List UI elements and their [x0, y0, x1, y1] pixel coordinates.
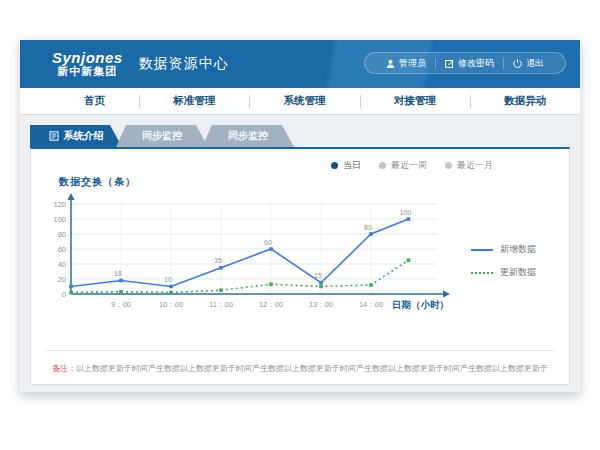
svg-text:9：00: 9：00 [111, 300, 131, 309]
nav-item-data-change[interactable]: 数据异动 [470, 94, 580, 108]
svg-text:60: 60 [58, 245, 66, 254]
svg-text:10：00: 10：00 [159, 300, 183, 309]
legend-label: 更新数据 [500, 266, 536, 279]
svg-text:10: 10 [164, 276, 172, 283]
chart-legend: 新增数据 更新数据 [471, 243, 536, 323]
tab-sync-monitor-2[interactable]: 同步监控 [202, 125, 294, 147]
svg-text:18: 18 [114, 270, 122, 277]
app-window: Synjones 新中新集团 数据资源中心 管理员 修改密码 退出 [20, 40, 580, 392]
svg-text:40: 40 [58, 260, 66, 269]
range-option-month[interactable]: 最近一月 [445, 159, 493, 172]
svg-text:35: 35 [214, 257, 222, 264]
svg-text:80: 80 [364, 224, 372, 231]
legend-item-new-data: 新增数据 [471, 243, 536, 256]
tab-system-intro[interactable]: 系统介绍 [30, 125, 122, 147]
current-user[interactable]: 管理员 [377, 57, 435, 70]
chart-panel: 当日 最近一周 最近一月 数据交换（条） 0204060801001209：00… [30, 147, 570, 385]
range-option-week[interactable]: 最近一周 [379, 159, 427, 172]
chart-region: 0204060801001209：0010：0011：0012：0013：001… [45, 191, 555, 323]
svg-text:80: 80 [58, 230, 66, 239]
svg-text:15: 15 [314, 272, 322, 279]
range-option-label: 最近一月 [457, 159, 493, 172]
nav-item-interface[interactable]: 对接管理 [360, 94, 470, 108]
legend-label: 新增数据 [500, 243, 536, 256]
change-password-label: 修改密码 [458, 57, 494, 70]
page-title: 数据资源中心 [139, 55, 229, 73]
svg-text:100: 100 [53, 215, 66, 224]
screenshot-stage: Synjones 新中新集团 数据资源中心 管理员 修改密码 退出 [0, 0, 600, 450]
svg-text:13：00: 13：00 [309, 300, 333, 309]
footnote: 备注：以上数据更新于时间产生数据以上数据更新于时间产生数据以上数据更新于时间产生… [45, 350, 555, 384]
company-logo: Synjones 新中新集团 [52, 50, 123, 77]
radio-icon [379, 162, 386, 169]
svg-text:0: 0 [62, 290, 66, 299]
content-area: 系统介绍 同步监控 同步监控 当日 最近一周 [20, 115, 580, 385]
svg-text:日期（小时）: 日期（小时） [392, 299, 449, 311]
power-icon [513, 59, 522, 68]
svg-text:100: 100 [400, 209, 412, 216]
legend-line-swatch [471, 272, 493, 274]
radio-icon [445, 162, 452, 169]
tab-bar: 系统介绍 同步监控 同步监控 [30, 125, 570, 147]
svg-text:60: 60 [264, 239, 272, 246]
main-nav: 首页 标准管理 系统管理 对接管理 数据异动 [20, 88, 580, 115]
svg-text:12：00: 12：00 [259, 300, 283, 309]
range-option-label: 最近一周 [391, 159, 427, 172]
current-user-label: 管理员 [399, 57, 426, 70]
user-icon [386, 59, 395, 68]
logout-label: 退出 [526, 57, 544, 70]
logo-text-en: Synjones [52, 50, 123, 66]
svg-text:14：00: 14：00 [359, 300, 383, 309]
footnote-text: 以上数据更新于时间产生数据以上数据更新于时间产生数据以上数据更新于时间产生数据以… [76, 364, 548, 373]
tab-label: 同步监控 [228, 129, 268, 143]
app-header: Synjones 新中新集团 数据资源中心 管理员 修改密码 退出 [20, 40, 580, 88]
range-option-label: 当日 [343, 159, 361, 172]
logout-button[interactable]: 退出 [504, 57, 553, 70]
edit-icon [445, 59, 454, 68]
range-filter-group: 当日 最近一周 最近一月 [331, 159, 493, 172]
footnote-prefix: 备注： [52, 364, 76, 373]
user-toolbar: 管理员 修改密码 退出 [364, 52, 566, 74]
svg-text:11：00: 11：00 [209, 300, 233, 309]
legend-item-update-data: 更新数据 [471, 266, 536, 279]
line-chart: 0204060801001209：0010：0011：0012：0013：001… [45, 191, 463, 323]
tab-label: 同步监控 [142, 129, 182, 143]
svg-text:20: 20 [58, 275, 66, 284]
nav-item-home[interactable]: 首页 [50, 94, 139, 108]
y-axis-title: 数据交换（条） [59, 175, 555, 189]
legend-line-swatch [471, 249, 493, 251]
nav-item-system[interactable]: 系统管理 [250, 94, 360, 108]
nav-item-standards[interactable]: 标准管理 [139, 94, 249, 108]
svg-text:120: 120 [53, 200, 66, 209]
radio-icon [331, 162, 338, 169]
tab-label: 系统介绍 [64, 129, 104, 143]
range-option-today[interactable]: 当日 [331, 159, 361, 172]
tab-sync-monitor-1[interactable]: 同步监控 [116, 125, 208, 147]
logo-text-cn: 新中新集团 [52, 66, 123, 78]
document-icon [49, 131, 59, 141]
change-password-button[interactable]: 修改密码 [436, 57, 503, 70]
